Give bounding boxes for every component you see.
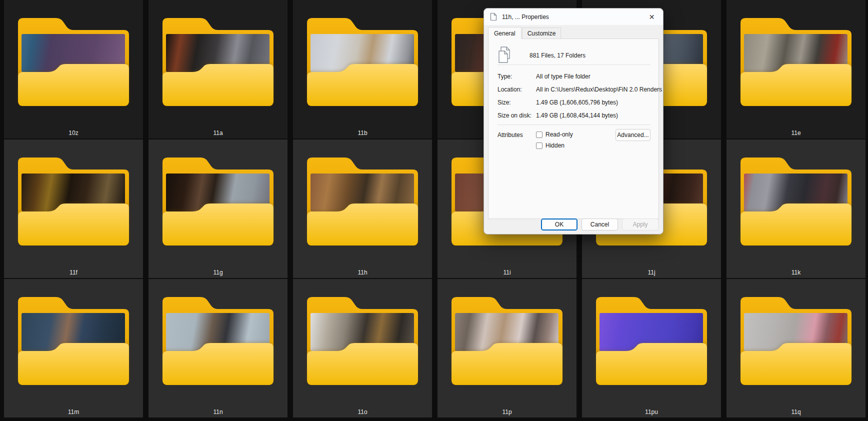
- info-label: Type:: [498, 70, 536, 83]
- folder-icon: [18, 297, 129, 385]
- folder-front-icon: [596, 343, 707, 385]
- folder-icon: [18, 18, 129, 106]
- hidden-checkbox-row: Hidden: [536, 142, 564, 149]
- folder-icon: [162, 158, 274, 246]
- folder-icon: [162, 297, 274, 385]
- folder-front-icon: [162, 204, 274, 246]
- folder-label: 11g: [148, 269, 288, 276]
- folder-icon: [740, 297, 852, 385]
- folder-front-icon: [162, 64, 274, 106]
- advanced-button[interactable]: Advanced...: [616, 129, 650, 141]
- info-value: 1.49 GB (1,608,454,144 bytes): [536, 109, 662, 122]
- folder-front-icon: [452, 343, 562, 385]
- folder-item[interactable]: 11k: [726, 140, 866, 278]
- folder-item[interactable]: 11h: [293, 140, 432, 278]
- folder-item[interactable]: 11b: [293, 0, 432, 138]
- separator: [498, 124, 650, 125]
- folder-front-icon: [740, 64, 852, 106]
- folder-label: 11pu: [582, 408, 721, 416]
- folder-label: 11b: [293, 130, 432, 136]
- folder-label: 11h: [293, 269, 432, 276]
- folder-icon: [162, 18, 274, 106]
- tab-general[interactable]: General: [488, 27, 522, 39]
- folder-item[interactable]: 11p: [438, 279, 576, 418]
- folder-label: 11p: [438, 408, 576, 416]
- folder-front-icon: [18, 64, 129, 106]
- folder-item[interactable]: 11pu: [582, 279, 721, 418]
- folder-icon: [740, 158, 852, 246]
- selection-summary: 881 Files, 17 Folders: [530, 52, 586, 59]
- folder-icon: [307, 18, 418, 106]
- info-value: All in C:\Users\Redux\Desktop\FiN 2.0 Re…: [536, 83, 662, 96]
- folder-label: 11k: [726, 269, 866, 276]
- folder-front-icon: [740, 343, 852, 385]
- info-value: 1.49 GB (1,606,605,796 bytes): [536, 96, 662, 109]
- readonly-checkbox-row: Read-only: [536, 131, 573, 138]
- folder-label: 11a: [148, 130, 288, 136]
- tab-customize[interactable]: Customize: [522, 28, 562, 38]
- folder-item[interactable]: 11m: [4, 279, 143, 418]
- info-label: Size:: [498, 96, 536, 109]
- folder-item[interactable]: 11q: [726, 279, 866, 418]
- info-label: Size on disk:: [498, 109, 536, 122]
- folder-icon: [307, 158, 418, 246]
- folder-front-icon: [307, 343, 418, 385]
- info-value: All of type File folder: [536, 70, 662, 83]
- info-table: Type: All of type File folder Location: …: [498, 70, 654, 122]
- properties-dialog: 11h, ... Properties ✕ General Customize …: [484, 8, 664, 234]
- folder-label: 11m: [4, 408, 143, 416]
- hidden-label: Hidden: [546, 142, 564, 149]
- dialog-titlebar: 11h, ... Properties ✕: [484, 8, 663, 25]
- cancel-button[interactable]: Cancel: [582, 218, 618, 230]
- info-label: Location:: [498, 83, 536, 96]
- folder-front-icon: [18, 204, 129, 246]
- folder-icon: [18, 158, 129, 246]
- folder-label: 10z: [4, 130, 143, 136]
- folder-item[interactable]: 11f: [4, 140, 143, 278]
- folder-label: 11j: [582, 269, 721, 276]
- dialog-tabs: General Customize: [488, 26, 659, 38]
- folder-label: 11n: [148, 408, 288, 416]
- folder-item[interactable]: 11n: [148, 279, 288, 418]
- folder-item[interactable]: 10z: [4, 0, 143, 138]
- folder-icon: [740, 18, 852, 106]
- readonly-label: Read-only: [546, 131, 573, 138]
- folder-icon: [452, 297, 562, 385]
- close-button[interactable]: ✕: [640, 8, 663, 25]
- folder-front-icon: [162, 343, 274, 385]
- folder-label: 11e: [726, 130, 866, 136]
- folder-front-icon: [18, 343, 129, 385]
- attributes-label: Attributes: [498, 132, 523, 138]
- folder-item[interactable]: 11a: [148, 0, 288, 138]
- folder-front-icon: [740, 204, 852, 246]
- folder-label: 11o: [293, 408, 432, 416]
- folder-item[interactable]: 11o: [293, 279, 432, 418]
- hidden-checkbox[interactable]: [536, 142, 542, 149]
- files-icon: [498, 46, 512, 64]
- folder-label: 11f: [4, 269, 143, 276]
- folder-item[interactable]: 11g: [148, 140, 288, 278]
- readonly-checkbox[interactable]: [536, 132, 542, 138]
- dialog-title: 11h, ... Properties: [502, 14, 549, 20]
- folder-label: 11q: [726, 408, 866, 416]
- folder-front-icon: [307, 204, 418, 246]
- folder-item[interactable]: 11e: [726, 0, 866, 138]
- folder-icon: [596, 297, 707, 385]
- dialog-buttons: OK Cancel Apply: [541, 218, 658, 230]
- folder-front-icon: [307, 64, 418, 106]
- document-icon: [490, 12, 498, 21]
- ok-button[interactable]: OK: [541, 218, 578, 230]
- separator: [498, 64, 650, 65]
- apply-button[interactable]: Apply: [622, 218, 658, 230]
- folder-icon: [307, 297, 418, 385]
- folder-label: 11i: [438, 269, 576, 276]
- general-tab-page: 881 Files, 17 Folders Type: All of type …: [488, 38, 659, 219]
- close-icon: ✕: [649, 13, 655, 21]
- folder-grid: 10z 11a 11b: [0, 0, 868, 418]
